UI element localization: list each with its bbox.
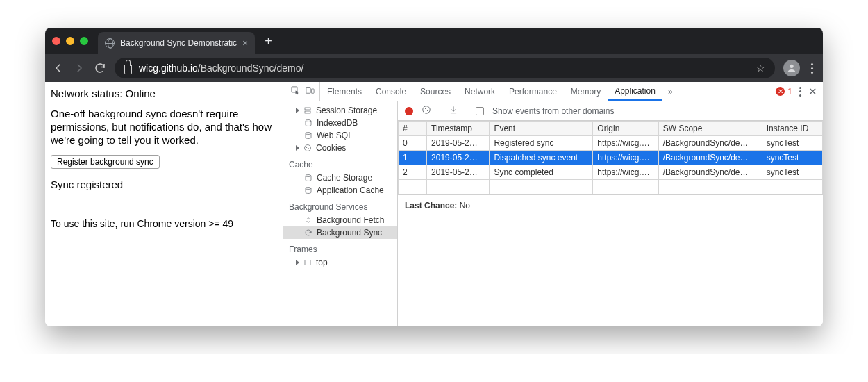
browser-window: Background Sync Demonstratic × + wicg.gi… bbox=[45, 28, 823, 326]
database-icon bbox=[304, 119, 312, 127]
register-sync-button[interactable]: Register background sync bbox=[51, 155, 160, 169]
col-swscope[interactable]: SW Scope bbox=[658, 122, 762, 136]
detail-label: Last Chance: bbox=[405, 201, 457, 210]
browser-menu-button[interactable] bbox=[808, 63, 816, 74]
svg-point-11 bbox=[306, 175, 311, 177]
col-num[interactable]: # bbox=[399, 122, 427, 136]
tab-strip: Background Sync Demonstratic × + bbox=[45, 28, 823, 54]
sidebar-item-cookies[interactable]: Cookies bbox=[283, 142, 397, 154]
maximize-window[interactable] bbox=[80, 37, 88, 45]
cell-num: 0 bbox=[399, 136, 427, 151]
svg-point-0 bbox=[790, 65, 793, 68]
inspect-element-icon[interactable] bbox=[290, 85, 301, 98]
tab-performance[interactable]: Performance bbox=[502, 82, 564, 101]
tab-title: Background Sync Demonstratic bbox=[120, 38, 237, 48]
cell-ts: 2019-05-2… bbox=[427, 165, 490, 180]
col-event[interactable]: Event bbox=[490, 122, 593, 136]
cell-num: 2 bbox=[399, 165, 427, 180]
bookmark-star-icon[interactable]: ☆ bbox=[756, 63, 765, 74]
database-icon bbox=[304, 131, 312, 140]
table-row[interactable]: 22019-05-2…Sync completedhttps://wicg.…/… bbox=[399, 165, 823, 180]
sidebar-heading-cache: Cache bbox=[283, 154, 397, 172]
cell-iid: syncTest bbox=[762, 151, 822, 165]
table-header-row: # Timestamp Event Origin SW Scope Instan… bbox=[399, 122, 823, 136]
application-main: Show events from other domains # Timesta… bbox=[398, 101, 823, 326]
tab-memory[interactable]: Memory bbox=[564, 82, 608, 101]
inspect-tools bbox=[286, 82, 320, 101]
browser-tab[interactable]: Background Sync Demonstratic × bbox=[98, 32, 255, 54]
svg-point-8 bbox=[305, 145, 311, 151]
cell-ts: 2019-05-2… bbox=[427, 151, 490, 165]
svg-rect-5 bbox=[305, 111, 310, 113]
close-devtools-icon[interactable]: ✕ bbox=[808, 85, 817, 98]
error-badge[interactable]: ✕1 bbox=[776, 87, 792, 97]
application-sidebar: Session Storage IndexedDB Web SQL Cookie… bbox=[283, 101, 398, 326]
new-tab-button[interactable]: + bbox=[265, 34, 272, 49]
cell-ts: 2019-05-2… bbox=[427, 136, 490, 151]
sidebar-item-websql[interactable]: Web SQL bbox=[283, 129, 397, 142]
table-row[interactable]: 02019-05-2…Registered synchttps://wicg.…… bbox=[399, 136, 823, 151]
cookie-icon bbox=[303, 144, 312, 152]
sidebar-heading-bgservices: Background Services bbox=[283, 197, 397, 214]
tab-elements[interactable]: Elements bbox=[320, 82, 369, 101]
device-toolbar-icon[interactable] bbox=[305, 85, 315, 98]
cell-event: Registered sync bbox=[490, 136, 593, 151]
svg-rect-4 bbox=[305, 108, 310, 110]
close-window[interactable] bbox=[52, 37, 60, 45]
forward-button[interactable] bbox=[73, 62, 85, 74]
sidebar-item-background-fetch[interactable]: Background Fetch bbox=[283, 214, 397, 226]
tab-console[interactable]: Console bbox=[369, 82, 413, 101]
tab-network[interactable]: Network bbox=[458, 82, 502, 101]
tab-sources[interactable]: Sources bbox=[413, 82, 458, 101]
separator bbox=[440, 106, 440, 117]
more-tabs-icon[interactable]: » bbox=[662, 82, 678, 101]
cell-num: 1 bbox=[399, 151, 427, 165]
events-table: # Timestamp Event Origin SW Scope Instan… bbox=[398, 121, 823, 194]
reload-button[interactable] bbox=[94, 62, 106, 74]
event-detail: Last Chance: No bbox=[398, 194, 823, 216]
col-instanceid[interactable]: Instance ID bbox=[762, 122, 822, 136]
show-other-domains-checkbox[interactable] bbox=[476, 107, 484, 115]
download-button[interactable] bbox=[449, 105, 458, 117]
window-controls bbox=[52, 37, 88, 45]
svg-point-10 bbox=[308, 149, 309, 149]
bgsync-toolbar: Show events from other domains bbox=[398, 101, 823, 121]
col-timestamp[interactable]: Timestamp bbox=[427, 122, 490, 136]
close-tab-icon[interactable]: × bbox=[242, 38, 248, 49]
svg-point-6 bbox=[306, 120, 311, 122]
expand-icon bbox=[296, 260, 299, 265]
fetch-icon bbox=[304, 216, 312, 224]
record-button[interactable] bbox=[405, 107, 413, 115]
sidebar-item-background-sync[interactable]: Background Sync bbox=[283, 226, 397, 239]
globe-icon bbox=[105, 38, 115, 48]
devtools-menu-button[interactable] bbox=[799, 87, 801, 97]
sync-icon bbox=[304, 229, 312, 237]
back-button[interactable] bbox=[52, 62, 65, 74]
clear-button[interactable] bbox=[422, 105, 431, 117]
devtools-tabstrip: Elements Console Sources Network Perform… bbox=[283, 82, 823, 101]
table-row[interactable]: 12019-05-2…Dispatched sync eventhttps://… bbox=[399, 151, 823, 165]
lock-icon bbox=[124, 65, 132, 74]
col-origin[interactable]: Origin bbox=[593, 122, 658, 136]
expand-icon bbox=[296, 145, 299, 151]
sync-status: Sync registered bbox=[51, 178, 277, 190]
network-status: Network status: Online bbox=[51, 88, 277, 99]
devtools-body: Session Storage IndexedDB Web SQL Cookie… bbox=[283, 101, 823, 326]
page-viewport: Network status: Online One-off backgroun… bbox=[45, 82, 283, 326]
svg-point-12 bbox=[306, 188, 311, 190]
devtools-panel: Elements Console Sources Network Perform… bbox=[283, 82, 823, 326]
tab-application[interactable]: Application bbox=[608, 82, 662, 101]
sidebar-item-application-cache[interactable]: Application Cache bbox=[283, 184, 397, 197]
sidebar-item-session-storage[interactable]: Session Storage bbox=[283, 104, 397, 117]
cell-iid: syncTest bbox=[762, 165, 822, 180]
address-toolbar: wicg.github.io/BackgroundSync/demo/ ☆ bbox=[45, 54, 823, 82]
profile-avatar[interactable] bbox=[783, 60, 800, 76]
address-bar[interactable]: wicg.github.io/BackgroundSync/demo/ ☆ bbox=[115, 58, 775, 78]
url-text: wicg.github.io/BackgroundSync/demo/ bbox=[139, 63, 303, 74]
sidebar-item-indexeddb[interactable]: IndexedDB bbox=[283, 117, 397, 129]
sidebar-item-frame-top[interactable]: top bbox=[283, 256, 397, 269]
minimize-window[interactable] bbox=[66, 37, 74, 45]
frame-icon bbox=[303, 258, 312, 267]
cell-iid: syncTest bbox=[762, 136, 822, 151]
sidebar-item-cache-storage[interactable]: Cache Storage bbox=[283, 172, 397, 184]
